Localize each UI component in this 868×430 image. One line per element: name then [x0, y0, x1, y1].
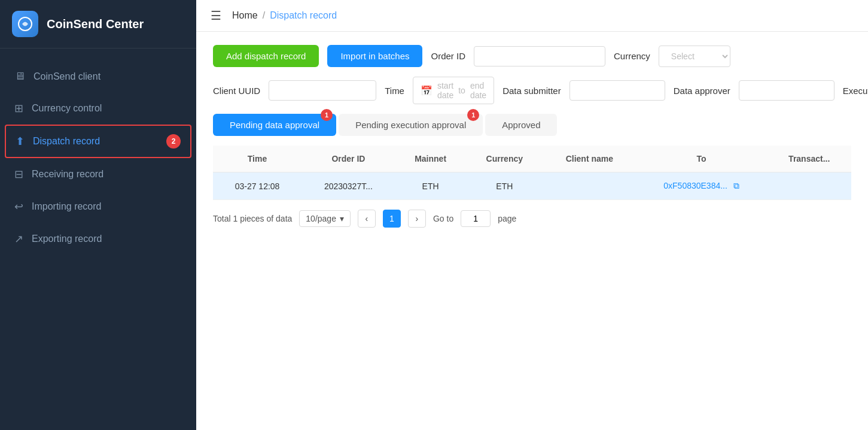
col-mainnet: Mainnet	[395, 146, 466, 172]
dispatch-badge: 2	[166, 134, 181, 149]
calendar-icon: 📅	[421, 85, 433, 96]
breadcrumb: Home / Dispatch record	[232, 10, 337, 21]
sidebar-nav: 🖥 CoinSend client ⊞ Currency control ⬆ D…	[0, 49, 196, 430]
data-approver-label: Data approver	[674, 86, 730, 96]
goto-page-input[interactable]	[461, 210, 491, 227]
executive-approver-label: Executive appro...	[843, 86, 868, 96]
sidebar-item-dispatch-record[interactable]: ⬆ Dispatch record 2	[5, 125, 191, 158]
tabs-row: Pending data approval 1 Pending executio…	[213, 114, 851, 136]
export-icon: ↗	[14, 232, 23, 246]
client-uuid-label: Client UUID	[213, 86, 260, 96]
cell-transaction	[767, 172, 851, 200]
monitor-icon: 🖥	[14, 70, 25, 83]
page-1-button[interactable]: 1	[383, 210, 401, 228]
end-date-placeholder: end date	[470, 81, 486, 100]
sidebar-item-currency-control[interactable]: ⊞ Currency control	[0, 92, 196, 125]
to-address-link[interactable]: 0xF50830E384...	[663, 181, 727, 190]
copy-icon[interactable]: ⧉	[733, 181, 739, 190]
filter-row-1: Add dispatch record Import in batches Or…	[213, 45, 851, 67]
grid-icon: ⊞	[14, 102, 23, 115]
topbar: ☰ Home / Dispatch record	[196, 0, 868, 32]
page-number: 1	[389, 214, 394, 223]
page-content: Add dispatch record Import in batches Or…	[196, 32, 868, 430]
breadcrumb-separator: /	[263, 10, 265, 21]
pagination-row: Total 1 pieces of data 10/page ▾ ‹ 1 › G…	[213, 200, 851, 230]
order-id-label: Order ID	[431, 51, 465, 61]
cell-mainnet: ETH	[395, 172, 466, 200]
data-submitter-label: Data submitter	[502, 86, 561, 96]
table-header-row: Time Order ID Mainnet Currency Client na…	[213, 146, 851, 172]
sidebar-header: CoinSend Center	[0, 0, 196, 49]
col-client-name: Client name	[543, 146, 635, 172]
col-order-id: Order ID	[301, 146, 395, 172]
next-page-button[interactable]: ›	[408, 210, 426, 228]
sidebar-item-label: Dispatch record	[33, 136, 100, 147]
prev-page-button[interactable]: ‹	[358, 210, 376, 228]
col-time: Time	[213, 146, 301, 172]
date-range-input[interactable]: 📅 start date to end date	[413, 77, 494, 104]
sidebar-item-importing-record[interactable]: ↩ Importing record	[0, 190, 196, 223]
sidebar-item-label: Currency control	[32, 103, 102, 114]
upload-icon: ⬆	[16, 135, 25, 148]
currency-label: Currency	[614, 51, 650, 61]
sidebar-item-exporting-record[interactable]: ↗ Exporting record	[0, 223, 196, 255]
app-title: CoinSend Center	[47, 17, 144, 31]
sidebar-item-label: Exporting record	[32, 234, 102, 244]
col-currency: Currency	[465, 146, 543, 172]
time-label: Time	[385, 86, 404, 96]
sidebar: CoinSend Center 🖥 CoinSend client ⊞ Curr…	[0, 0, 196, 430]
menu-icon[interactable]: ☰	[211, 8, 221, 23]
sidebar-item-receiving-record[interactable]: ⊟ Receiving record	[0, 158, 196, 190]
per-page-value: 10/page	[306, 214, 336, 223]
tab-pending-data-badge: 1	[321, 109, 333, 121]
app-logo	[12, 11, 38, 37]
sidebar-item-label: Receiving record	[32, 169, 103, 180]
table-row: 03-27 12:08 20230327T... ETH ETH 0xF5083…	[213, 172, 851, 200]
goto-label: Go to	[433, 214, 453, 223]
data-submitter-input[interactable]	[569, 80, 665, 101]
tab-label: Pending execution approval	[355, 120, 466, 130]
sidebar-item-label: CoinSend client	[33, 71, 100, 82]
total-count-label: Total 1 pieces of data	[213, 214, 292, 223]
chevron-down-icon: ▾	[340, 214, 344, 223]
sidebar-item-label: Importing record	[32, 201, 102, 212]
tab-pending-exec[interactable]: Pending execution approval 1	[339, 114, 483, 136]
add-dispatch-button[interactable]: Add dispatch record	[213, 45, 319, 67]
col-transaction: Transact...	[767, 146, 851, 172]
cell-order-id: 20230327T...	[301, 172, 395, 200]
tab-label: Approved	[502, 120, 540, 130]
page-label: page	[498, 214, 516, 223]
cell-time: 03-27 12:08	[213, 172, 301, 200]
per-page-select[interactable]: 10/page ▾	[299, 210, 351, 227]
order-id-input[interactable]	[474, 46, 605, 66]
sidebar-item-coinsend-client[interactable]: 🖥 CoinSend client	[0, 60, 196, 92]
import-batches-button[interactable]: Import in batches	[327, 45, 422, 67]
tab-pending-exec-badge: 1	[467, 109, 479, 121]
tab-label: Pending data approval	[230, 120, 319, 130]
cell-to: 0xF50830E384... ⧉	[636, 172, 768, 200]
filter-row-2: Client UUID Time 📅 start date to end dat…	[213, 77, 851, 104]
table-icon: ⊟	[14, 168, 23, 181]
main-content: ☰ Home / Dispatch record Add dispatch re…	[196, 0, 868, 430]
tab-pending-data[interactable]: Pending data approval 1	[213, 114, 336, 136]
start-date-placeholder: start date	[437, 81, 453, 100]
currency-select[interactable]: Select ETH BTC USDT	[659, 46, 730, 67]
breadcrumb-current: Dispatch record	[270, 10, 337, 21]
import-icon: ↩	[14, 200, 23, 213]
breadcrumb-home[interactable]: Home	[232, 10, 258, 21]
dispatch-table: Time Order ID Mainnet Currency Client na…	[213, 146, 851, 200]
col-to: To	[636, 146, 768, 172]
cell-client-name	[543, 172, 635, 200]
date-separator: to	[458, 86, 465, 95]
tab-approved[interactable]: Approved	[485, 114, 557, 136]
client-uuid-input[interactable]	[269, 80, 376, 101]
cell-currency: ETH	[465, 172, 543, 200]
data-approver-input[interactable]	[739, 80, 835, 101]
